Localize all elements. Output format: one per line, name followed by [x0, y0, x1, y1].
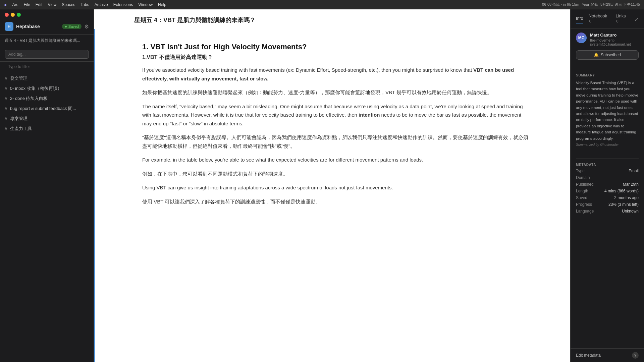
- tag-hash-2: #: [5, 86, 7, 91]
- tag-filter-container: [0, 62, 94, 72]
- saved-badge: ● Saved: [62, 24, 82, 29]
- macos-topbar: ● Arc File Edit View Spaces Tabs Archive…: [0, 0, 644, 9]
- saved-label: Saved: [68, 24, 79, 28]
- menu-help[interactable]: Help: [158, 2, 166, 7]
- menu-tabs[interactable]: Tabs: [80, 2, 89, 7]
- close-button[interactable]: [5, 13, 9, 17]
- meta-key-domain: Domain: [576, 175, 590, 180]
- meta-key-length: Length: [576, 189, 588, 193]
- bell-icon: 🔔: [594, 53, 599, 57]
- menu-file[interactable]: File: [23, 2, 30, 7]
- arc-logo: ●: [4, 2, 7, 7]
- tag-hash-4: #: [5, 106, 7, 111]
- menu-extensions[interactable]: Extensions: [113, 2, 133, 7]
- article-para-7: Using VBT can give us insight into train…: [142, 183, 530, 192]
- settings-icon[interactable]: ⚙: [84, 23, 89, 30]
- meta-key-progress: Progress: [576, 202, 592, 207]
- menu-spaces[interactable]: Spaces: [62, 2, 75, 7]
- author-row: MC Matt Casturo the-movement-system@c.ka…: [576, 33, 639, 46]
- tag-filter-input[interactable]: [5, 63, 89, 70]
- tab-info-label: Info: [576, 16, 583, 21]
- current-article-label: 週五 4 - VBT 是肌力與體能訓練的未來嗎...: [0, 35, 94, 47]
- tag-label-2: 0- inbox 收集（稍後再讀）: [10, 85, 62, 92]
- minimize-button[interactable]: [11, 13, 15, 17]
- meta-row-length: Length 4 mins (866 words): [576, 189, 639, 193]
- tag-label-3: 2- done 待加入白板: [10, 96, 48, 102]
- tag-hash-6: #: [5, 126, 7, 131]
- heptabase-logo: H: [5, 22, 13, 31]
- author-email: the-movement-system@c.kajabimail.net: [590, 38, 639, 46]
- tag-item-5[interactable]: # 專案管理: [0, 114, 94, 124]
- tag-label-4: bug report & submit feedback 問...: [10, 106, 76, 112]
- meta-value-progress: 23% (3 mins left): [608, 202, 639, 207]
- tag-hash-1: #: [5, 76, 7, 81]
- tag-item-4[interactable]: # bug report & submit feedback 問...: [0, 104, 94, 114]
- meta-key-type: Type: [576, 169, 585, 173]
- bold-text-1: VBT can be used effectively, with virtua…: [142, 67, 514, 81]
- menu-arc[interactable]: Arc: [12, 2, 18, 7]
- tag-input-container: [0, 47, 94, 62]
- top-info: 06-08 值班 · in 6h 15m: [542, 2, 579, 7]
- tag-label-5: 專案管理: [10, 116, 28, 122]
- bold-text-2: intention: [359, 112, 380, 118]
- menu-edit[interactable]: Edit: [36, 2, 43, 7]
- tab-notebook-label: Notebook: [589, 13, 607, 18]
- help-icon[interactable]: ?: [632, 352, 639, 359]
- macos-menu[interactable]: Arc File Edit View Spaces Tabs Archive E…: [12, 2, 166, 7]
- edit-metadata-button[interactable]: Edit metadata: [576, 353, 601, 358]
- top-year: Year 40%: [582, 3, 598, 7]
- tag-item-3[interactable]: # 2- done 待加入白板: [0, 94, 94, 104]
- article-para-1: If you've associated velocity based trai…: [142, 66, 530, 83]
- meta-value-saved: 2 months ago: [614, 195, 639, 200]
- article-heading-1: 1. VBT Isn't Just for High Velocity Move…: [142, 43, 530, 51]
- article-para-2-cjk: 如果你把基於速度的訓練與快速運動聯繫起來（例如：動能努力、速度-力量等），那麼你…: [142, 88, 530, 97]
- tag-item-1[interactable]: # 發文管理: [0, 73, 94, 83]
- meta-value-published: Mar 29th: [623, 182, 639, 187]
- meta-value-type: Email: [629, 169, 639, 173]
- subscribed-button[interactable]: 🔔 Subscribed: [576, 50, 639, 60]
- saved-dot: ●: [65, 24, 67, 28]
- author-avatar: MC: [576, 33, 587, 43]
- menu-window[interactable]: Window: [138, 2, 153, 7]
- tag-item-6[interactable]: # 生產力工具: [0, 124, 94, 134]
- expand-icon[interactable]: ⤢: [635, 17, 639, 22]
- tab-notebook[interactable]: Notebook 0: [589, 13, 610, 25]
- article-content: 1. VBT Isn't Just for High Velocity Move…: [95, 29, 570, 362]
- author-section: MC Matt Casturo the-movement-system@c.ka…: [571, 28, 644, 69]
- tab-links[interactable]: Links 0: [616, 13, 630, 25]
- traffic-lights: [5, 13, 21, 17]
- tag-input[interactable]: [5, 50, 89, 59]
- tag-label-6: 生產力工具: [10, 126, 32, 132]
- meta-key-language: Language: [576, 209, 594, 214]
- summary-label: SUMMARY: [576, 73, 639, 77]
- right-panel: Info Notebook 0 Links 0 ⤢ MC Matt Castur…: [570, 9, 644, 362]
- meta-value-language: Unknown: [622, 209, 639, 214]
- metadata-section: METADATA Type Email Domain Published Mar…: [571, 155, 644, 218]
- divider-2: [576, 159, 639, 159]
- subscribed-label: Subscribed: [601, 53, 621, 57]
- menu-view[interactable]: View: [48, 2, 57, 7]
- page-title-header: 星期五 4：VBT 是肌力與體能訓練的未來嗎？: [94, 9, 570, 29]
- maximize-button[interactable]: [17, 13, 21, 17]
- meta-key-saved: Saved: [576, 195, 587, 200]
- menu-archive[interactable]: Archive: [95, 2, 108, 7]
- sidebar-header: H Heptabase ● Saved ⚙: [0, 19, 94, 35]
- page-title: 星期五 4：VBT 是肌力與體能訓練的未來嗎？: [134, 16, 530, 24]
- divider-1: [576, 64, 639, 64]
- main-layout: H Heptabase ● Saved ⚙ 週五 4 - VBT 是肌力與體能訓…: [0, 9, 644, 362]
- tag-list: # 發文管理 # 0- inbox 收集（稍後再讀） # 2- done 待加入…: [0, 72, 94, 362]
- tag-hash-5: #: [5, 116, 7, 121]
- tab-links-label: Links: [616, 13, 626, 18]
- content-area: 星期五 4：VBT 是肌力與體能訓練的未來嗎？ 1. VBT Isn't Jus…: [94, 9, 570, 362]
- article-subheading-1: 1.VBT 不僅適用於高速運動？: [142, 54, 530, 61]
- meta-row-language: Language Unknown: [576, 209, 639, 214]
- sidebar: H Heptabase ● Saved ⚙ 週五 4 - VBT 是肌力與體能訓…: [0, 9, 94, 362]
- summary-text: Velocity Based Training (VBT) is a tool …: [576, 80, 639, 141]
- tag-item-2[interactable]: # 0- inbox 收集（稍後再讀）: [0, 83, 94, 94]
- right-panel-tabs: Info Notebook 0 Links 0 ⤢: [571, 9, 644, 28]
- tab-info[interactable]: Info: [576, 16, 583, 23]
- article-para-3: The name itself, "velocity based," may s…: [142, 102, 530, 128]
- article-wrapper: 1. VBT Isn't Just for High Velocity Move…: [94, 29, 570, 362]
- meta-row-type: Type Email: [576, 169, 639, 173]
- meta-row-domain: Domain: [576, 175, 639, 180]
